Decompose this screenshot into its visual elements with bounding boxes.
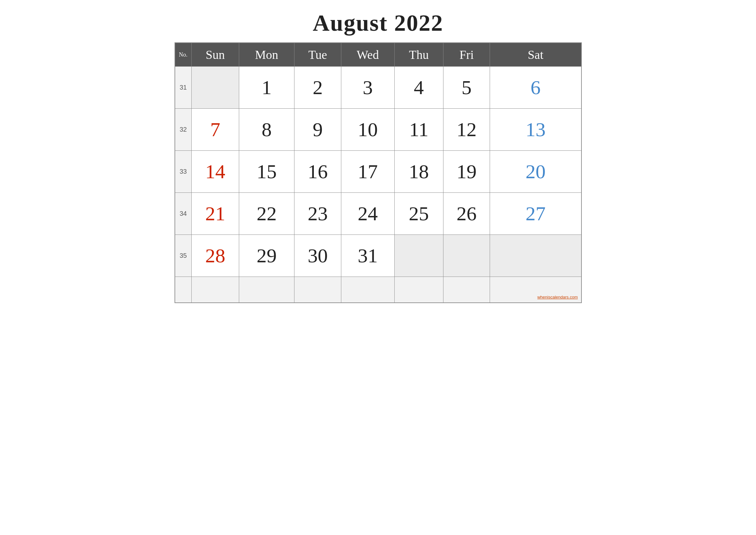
calendar-table: No. Sun Mon Tue Wed Thu Fri Sat 31123456…	[175, 42, 582, 303]
calendar-wrapper: No. Sun Mon Tue Wed Thu Fri Sat 31123456…	[175, 42, 582, 303]
calendar-day-cell: 22	[239, 193, 294, 235]
calendar-day-cell: 28	[192, 235, 239, 277]
calendar-day-cell: 29	[239, 235, 294, 277]
calendar-day-cell: 20	[490, 151, 581, 193]
extra-empty-cell	[192, 277, 239, 303]
extra-empty-cell	[239, 277, 294, 303]
extra-row: wheniscalendars.com	[175, 277, 581, 303]
calendar-day-cell: 31	[341, 235, 394, 277]
calendar-day-cell: 5	[443, 67, 490, 109]
week-number: 31	[175, 67, 192, 109]
header-wed: Wed	[341, 43, 394, 67]
extra-no-cell	[175, 277, 192, 303]
header-thu: Thu	[394, 43, 443, 67]
extra-empty-cell	[341, 277, 394, 303]
calendar-day-cell: 26	[443, 193, 490, 235]
week-number: 35	[175, 235, 192, 277]
calendar-day-cell: 27	[490, 193, 581, 235]
calendar-day-cell: 7	[192, 109, 239, 151]
calendar-day-cell: 25	[394, 193, 443, 235]
calendar-day-cell: 17	[341, 151, 394, 193]
calendar-day-cell: 2	[294, 67, 341, 109]
calendar-day-cell: 8	[239, 109, 294, 151]
calendar-week-row: 3528293031	[175, 235, 581, 277]
calendar-day-cell: 14	[192, 151, 239, 193]
calendar-day-cell: 9	[294, 109, 341, 151]
header-row: No. Sun Mon Tue Wed Thu Fri Sat	[175, 43, 581, 67]
header-mon: Mon	[239, 43, 294, 67]
calendar-day-cell: 10	[341, 109, 394, 151]
week-number: 32	[175, 109, 192, 151]
page-title: August 2022	[312, 10, 443, 37]
calendar-day-cell: 18	[394, 151, 443, 193]
header-fri: Fri	[443, 43, 490, 67]
calendar-day-cell	[192, 67, 239, 109]
week-number: 33	[175, 151, 192, 193]
calendar-day-cell	[443, 235, 490, 277]
header-sun: Sun	[192, 43, 239, 67]
calendar-day-cell	[394, 235, 443, 277]
calendar-week-row: 3421222324252627	[175, 193, 581, 235]
week-number: 34	[175, 193, 192, 235]
calendar-day-cell: 21	[192, 193, 239, 235]
calendar-day-cell: 13	[490, 109, 581, 151]
calendar-day-cell: 6	[490, 67, 581, 109]
calendar-day-cell: 24	[341, 193, 394, 235]
calendar-week-row: 31123456	[175, 67, 581, 109]
header-sat: Sat	[490, 43, 581, 67]
extra-empty-cell	[394, 277, 443, 303]
calendar-day-cell: 16	[294, 151, 341, 193]
watermark-link[interactable]: wheniscalendars.com	[537, 295, 578, 299]
calendar-day-cell: 19	[443, 151, 490, 193]
calendar-day-cell: 3	[341, 67, 394, 109]
calendar-day-cell: 12	[443, 109, 490, 151]
calendar-day-cell: 23	[294, 193, 341, 235]
calendar-day-cell: 1	[239, 67, 294, 109]
calendar-week-row: 3278910111213	[175, 109, 581, 151]
watermark-cell: wheniscalendars.com	[490, 277, 581, 303]
calendar-week-row: 3314151617181920	[175, 151, 581, 193]
extra-empty-cell	[443, 277, 490, 303]
header-tue: Tue	[294, 43, 341, 67]
header-no: No.	[175, 43, 192, 67]
calendar-day-cell: 30	[294, 235, 341, 277]
calendar-day-cell: 15	[239, 151, 294, 193]
calendar-day-cell	[490, 235, 581, 277]
calendar-day-cell: 4	[394, 67, 443, 109]
calendar-day-cell: 11	[394, 109, 443, 151]
extra-empty-cell	[294, 277, 341, 303]
